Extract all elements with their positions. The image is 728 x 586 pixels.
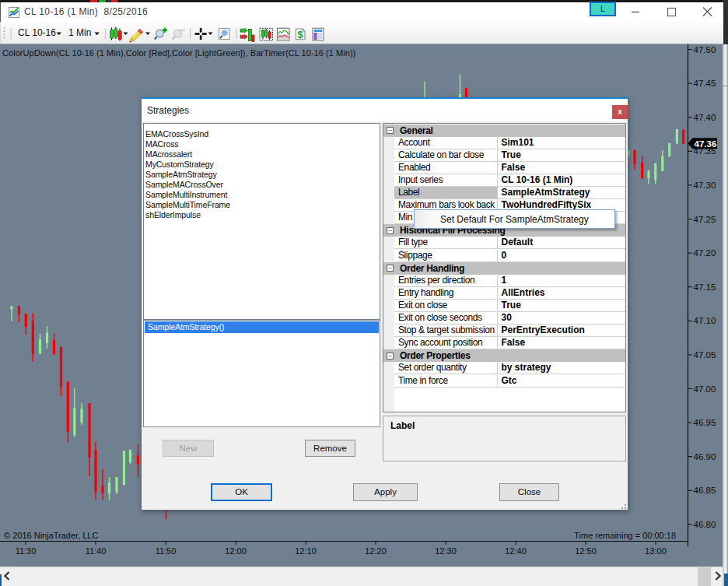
svg-text:47.10: 47.10 [694,316,716,325]
svg-text:47.30: 47.30 [694,181,716,190]
svg-text:$: $ [297,29,303,40]
svg-text:46.95: 46.95 [694,418,716,427]
svg-text:11:50: 11:50 [156,546,177,556]
svg-text:46.90: 46.90 [694,452,716,461]
svg-text:47.45: 47.45 [694,79,716,88]
svg-text:12:20: 12:20 [365,546,387,556]
svg-text:47.50: 47.50 [694,45,716,54]
svg-text:47.40: 47.40 [694,113,716,122]
svg-text:13:00: 13:00 [645,546,667,556]
svg-text:12:30: 12:30 [435,546,457,556]
svg-text:46.80: 46.80 [694,520,716,529]
svg-text:12:50: 12:50 [575,546,597,556]
svg-text:12:10: 12:10 [295,546,317,556]
svg-text:47.36: 47.36 [695,139,717,149]
svg-text:11:40: 11:40 [86,546,107,556]
svg-text:47.05: 47.05 [694,350,716,360]
svg-text:46.85: 46.85 [694,486,716,495]
svg-text:47.25: 47.25 [694,215,716,224]
svg-text:47.15: 47.15 [694,282,716,292]
svg-text:47.00: 47.00 [694,384,716,394]
svg-text:12:40: 12:40 [505,546,527,556]
svg-text:12:00: 12:00 [225,546,247,556]
svg-text:11:30: 11:30 [16,546,37,556]
svg-text:47.20: 47.20 [694,248,716,258]
